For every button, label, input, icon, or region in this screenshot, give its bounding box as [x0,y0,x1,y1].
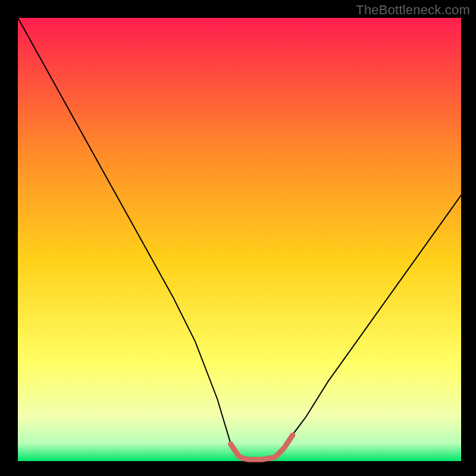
bottleneck-chart [0,0,476,476]
chart-stage: TheBottleneck.com [0,0,476,476]
plot-background [18,18,461,461]
watermark-text: TheBottleneck.com [356,2,470,18]
